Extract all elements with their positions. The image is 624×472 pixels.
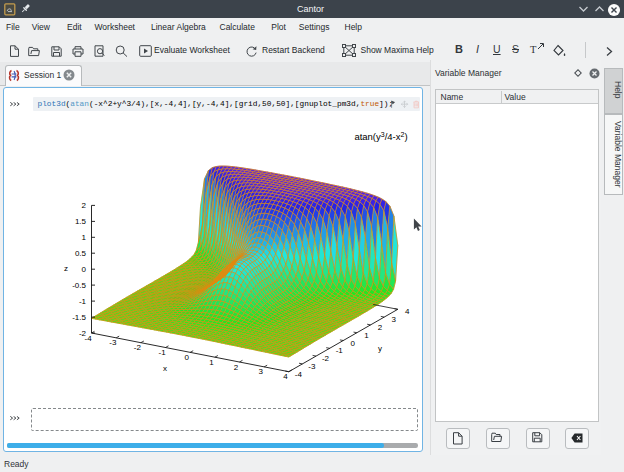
svg-text:-1.5: -1.5 [72, 313, 86, 322]
svg-text:-3: -3 [308, 362, 316, 371]
svg-text:-4: -4 [85, 334, 93, 343]
svg-text:-4: -4 [295, 370, 303, 379]
svg-text:0: 0 [351, 339, 356, 348]
svg-text:1: 1 [364, 331, 369, 340]
svg-text:2: 2 [82, 201, 87, 210]
svg-text:-3: -3 [109, 338, 117, 347]
svg-text:2: 2 [378, 323, 383, 332]
svg-text:z: z [64, 264, 68, 273]
svg-text:2: 2 [234, 363, 239, 372]
svg-text:-2: -2 [134, 343, 142, 352]
svg-text:-2: -2 [322, 354, 330, 363]
svg-text:y: y [378, 344, 382, 353]
svg-text:-1: -1 [79, 297, 87, 306]
svg-text:4: 4 [405, 307, 410, 316]
svg-text:0.5: 0.5 [75, 249, 87, 258]
svg-text:4: 4 [283, 372, 288, 381]
svg-text:1: 1 [82, 233, 87, 242]
svg-text:0: 0 [82, 265, 87, 274]
svg-text:1: 1 [209, 358, 214, 367]
svg-text:-1: -1 [336, 346, 344, 355]
svg-text:atan(y3/4-x2): atan(y3/4-x2) [354, 131, 407, 143]
svg-text:3: 3 [391, 315, 396, 324]
svg-text:0: 0 [184, 353, 189, 362]
svg-text:-1: -1 [159, 348, 167, 357]
svg-text:3: 3 [258, 367, 263, 376]
svg-text:-0.5: -0.5 [72, 281, 86, 290]
svg-text:x: x [163, 364, 167, 373]
svg-text:1.5: 1.5 [75, 217, 87, 226]
